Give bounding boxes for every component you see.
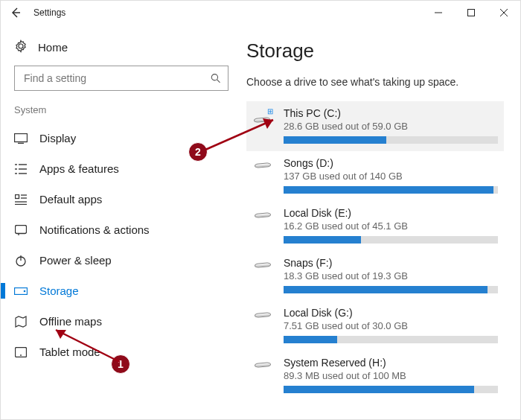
notifications-icon xyxy=(14,225,28,235)
drive-icon xyxy=(252,157,273,168)
svg-point-24 xyxy=(24,290,26,292)
sidebar-item-offline-maps[interactable]: Offline maps xyxy=(8,306,234,337)
drive-usage-bar xyxy=(284,286,498,293)
drive-name: System Reserved (H:) xyxy=(284,357,498,369)
page-subtitle: Choose a drive to see what's taking up s… xyxy=(246,76,504,88)
content-pane: Storage Choose a drive to see what's tak… xyxy=(239,25,520,419)
home-label: Home xyxy=(38,41,68,54)
drive-stats: 7.51 GB used out of 30.0 GB xyxy=(284,320,498,331)
drive-usage-bar xyxy=(284,136,498,144)
sidebar-item-label: Apps & features xyxy=(39,162,119,175)
window-title: Settings xyxy=(33,7,65,18)
back-button[interactable] xyxy=(7,4,25,22)
drive-usage-bar xyxy=(284,186,498,194)
drive-icon xyxy=(252,257,273,267)
storage-icon xyxy=(14,287,28,295)
drive-usage-bar xyxy=(284,236,498,244)
close-button[interactable] xyxy=(488,1,520,24)
svg-rect-2 xyxy=(468,10,475,16)
window-controls xyxy=(422,1,520,24)
sidebar-item-power[interactable]: Power & sleep xyxy=(8,245,234,276)
drive-item[interactable]: Local Disk (G:)7.51 GB used out of 30.0 … xyxy=(246,301,504,351)
search-box[interactable] xyxy=(14,66,228,91)
svg-rect-15 xyxy=(16,194,19,198)
power-icon xyxy=(14,255,28,267)
drive-usage-bar xyxy=(284,386,498,393)
drive-stats: 18.3 GB used out of 19.3 GB xyxy=(284,270,498,281)
svg-point-5 xyxy=(211,74,217,80)
os-drive-icon: ⊞ xyxy=(252,107,273,124)
drive-item[interactable]: Songs (D:)137 GB used out of 140 GB xyxy=(246,151,504,201)
tablet-icon xyxy=(14,347,28,357)
sidebar-item-label: Default apps xyxy=(39,193,102,206)
gear-icon xyxy=(14,39,28,55)
sidebar-item-tablet-mode[interactable]: Tablet mode xyxy=(8,337,234,367)
drive-stats: 137 GB used out of 140 GB xyxy=(284,171,498,182)
svg-line-6 xyxy=(217,80,220,83)
svg-rect-7 xyxy=(15,133,28,141)
sidebar-item-apps[interactable]: Apps & features xyxy=(8,153,234,184)
drive-stats: 16.2 GB used out of 45.1 GB xyxy=(284,220,498,232)
drive-item[interactable]: Snaps (F:)18.3 GB used out of 19.3 GB xyxy=(246,251,504,301)
drive-name: Snaps (F:) xyxy=(284,257,498,269)
arrow-left-icon xyxy=(10,7,22,19)
titlebar: Settings xyxy=(1,1,520,25)
drive-name: Songs (D:) xyxy=(284,157,498,169)
svg-rect-20 xyxy=(16,225,27,233)
sidebar-item-label: Notifications & actions xyxy=(39,223,150,236)
display-icon xyxy=(14,133,28,144)
drive-name: Local Disk (E:) xyxy=(284,207,498,219)
maximize-button[interactable] xyxy=(455,1,488,24)
sidebar-item-display[interactable]: Display xyxy=(8,123,234,153)
drive-icon xyxy=(252,207,273,217)
drive-list: ⊞This PC (C:)28.6 GB used out of 59.0 GB… xyxy=(246,101,504,401)
default-apps-icon xyxy=(14,194,28,205)
drive-item[interactable]: System Reserved (H:)89.3 MB used out of … xyxy=(246,351,504,401)
sidebar-item-label: Storage xyxy=(39,284,79,297)
drive-icon xyxy=(252,307,273,317)
sidebar-item-label: Offline maps xyxy=(39,315,102,328)
maps-icon xyxy=(14,316,28,328)
sidebar-nav: Display Apps & features Default apps xyxy=(8,123,234,367)
sidebar-item-label: Tablet mode xyxy=(39,346,100,358)
drive-icon xyxy=(252,357,273,367)
minimize-button[interactable] xyxy=(422,1,455,24)
page-title: Storage xyxy=(246,39,504,63)
search-input[interactable] xyxy=(22,71,211,85)
drive-item[interactable]: Local Disk (E:)16.2 GB used out of 45.1 … xyxy=(246,201,504,251)
sidebar: Home System Display xyxy=(1,25,239,419)
apps-icon xyxy=(14,164,28,174)
home-link[interactable]: Home xyxy=(8,35,234,66)
drive-stats: 89.3 MB used out of 100 MB xyxy=(284,370,498,381)
drive-name: This PC (C:) xyxy=(284,107,498,119)
minimize-icon xyxy=(435,9,442,16)
close-icon xyxy=(500,9,508,16)
section-label: System xyxy=(8,104,234,123)
maximize-icon xyxy=(467,9,475,16)
sidebar-item-label: Display xyxy=(39,132,76,144)
drive-stats: 28.6 GB used out of 59.0 GB xyxy=(284,121,498,132)
settings-window: Settings Home xyxy=(0,0,521,420)
search-icon xyxy=(211,73,220,83)
sidebar-item-default-apps[interactable]: Default apps xyxy=(8,184,234,214)
sidebar-item-label: Power & sleep xyxy=(39,254,112,267)
drive-name: Local Disk (G:) xyxy=(284,307,498,319)
drive-usage-bar xyxy=(284,336,498,343)
drive-item[interactable]: ⊞This PC (C:)28.6 GB used out of 59.0 GB xyxy=(246,101,504,151)
svg-point-26 xyxy=(20,354,22,356)
sidebar-item-notifications[interactable]: Notifications & actions xyxy=(8,214,234,245)
sidebar-item-storage[interactable]: Storage xyxy=(8,276,234,306)
